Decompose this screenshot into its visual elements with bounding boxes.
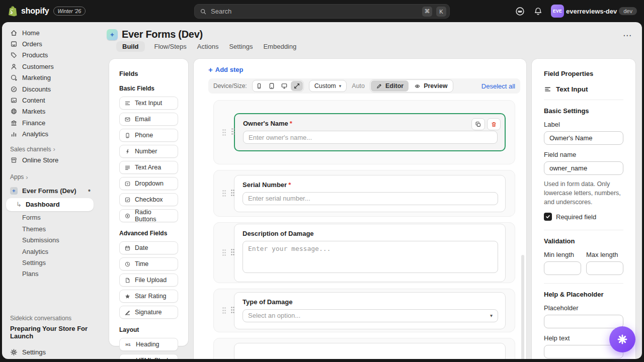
canvas-scrollbar[interactable] xyxy=(521,255,524,359)
duplicate-field-button[interactable] xyxy=(471,118,485,130)
form-field-type-of-damage[interactable]: Type of Damage Select an option... ▾ xyxy=(234,292,506,329)
drag-handle[interactable] xyxy=(231,248,234,257)
delete-field-button[interactable] xyxy=(487,118,501,130)
sidebar-item-dashboard[interactable]: ↳ Dashboard xyxy=(6,198,94,211)
sidebar-item-home[interactable]: Home xyxy=(2,27,99,38)
sales-channels-label: Sales channels xyxy=(10,146,51,153)
sidebar-item-plans[interactable]: Plans xyxy=(2,268,99,280)
type-of-damage-select[interactable]: Select an option... ▾ xyxy=(243,309,498,322)
field-button-number[interactable]: Number xyxy=(119,145,178,158)
sidebar-item-markets[interactable]: Markets xyxy=(2,106,99,117)
placeholder-input[interactable] xyxy=(544,315,623,328)
sidebar-item-marketing[interactable]: Marketing xyxy=(2,72,99,83)
serial-number-input[interactable] xyxy=(243,192,498,205)
field-button-star-rating[interactable]: Star Rating xyxy=(119,290,178,303)
device-size-group xyxy=(252,80,304,92)
text-input-icon xyxy=(544,85,551,93)
sidebar-item-products[interactable]: Products xyxy=(2,50,99,61)
field-button-text-area[interactable]: Text Area xyxy=(119,161,178,174)
owner-name-input[interactable] xyxy=(243,131,498,144)
star-icon xyxy=(124,293,131,300)
add-step-button[interactable]: + Add step xyxy=(208,66,243,73)
sidebar-item-orders[interactable]: Orders xyxy=(2,38,99,49)
sidebar-item-content[interactable]: Content xyxy=(2,95,99,106)
editor-mode-button[interactable]: Editor xyxy=(371,80,409,92)
field-button-time[interactable]: Time xyxy=(119,257,178,270)
drag-handle[interactable] xyxy=(231,128,235,137)
field-name-input[interactable] xyxy=(544,161,623,175)
tab-settings[interactable]: Settings xyxy=(228,41,254,52)
field-button-signature[interactable]: Signature xyxy=(119,306,178,319)
account-menu[interactable]: EVE everreviews-dev dev xyxy=(551,5,637,18)
sidebar-item-themes[interactable]: Themes xyxy=(2,223,99,234)
apps-header[interactable]: Apps › xyxy=(2,172,99,182)
sidebar-item-customers[interactable]: Customers xyxy=(2,61,99,72)
tab-embedding[interactable]: Embedding xyxy=(262,41,297,52)
app-context-dot[interactable]: • xyxy=(88,187,91,194)
sidebar-item-forms[interactable]: Forms xyxy=(2,212,99,223)
device-tablet-button[interactable] xyxy=(266,81,278,91)
field-button-phone[interactable]: Phone xyxy=(119,129,178,142)
drag-handle[interactable] xyxy=(231,306,234,315)
sidebar-item-analytics-app[interactable]: Analytics xyxy=(2,246,99,257)
sidebar-item-ever-forms-app[interactable]: Ever Forms (Dev) • xyxy=(2,185,99,196)
field-button-radio-buttons[interactable]: Radio Buttons xyxy=(119,209,178,222)
size-preset-dropdown[interactable]: Custom ▾ xyxy=(309,80,347,92)
sidebar-item-discounts[interactable]: Discounts xyxy=(2,83,99,95)
drag-handle[interactable] xyxy=(214,129,234,136)
description-textarea[interactable] xyxy=(243,241,498,273)
sidekick-fab-button[interactable] xyxy=(609,326,635,352)
form-field-serial-number[interactable]: Serial Number* xyxy=(234,175,506,212)
tab-flow-steps[interactable]: Flow/Steps xyxy=(153,41,188,52)
global-search-input[interactable]: Search ⌘ K xyxy=(194,4,450,19)
max-length-input[interactable] xyxy=(586,261,623,275)
sidebar-item-label: Online Store xyxy=(22,156,58,164)
device-desktop-button[interactable] xyxy=(278,81,290,91)
tab-actions[interactable]: Actions xyxy=(196,41,220,52)
field-button-date[interactable]: Date xyxy=(119,241,178,254)
checkbox-icon xyxy=(124,197,131,203)
more-actions-button[interactable]: ⋯ xyxy=(623,30,632,41)
sidekick-icon[interactable] xyxy=(515,6,525,17)
required-field-checkbox-row[interactable]: Required field xyxy=(544,213,623,221)
preview-label: Preview xyxy=(424,82,447,89)
notifications-bell-icon[interactable] xyxy=(533,7,543,16)
preview-mode-button[interactable]: Preview xyxy=(409,80,452,92)
field-button-text-input[interactable]: Text Input xyxy=(119,97,178,110)
sidebar-item-analytics[interactable]: Analytics xyxy=(2,129,99,140)
field-button-label: HTML Block xyxy=(136,357,170,359)
sidebar-item-online-store[interactable]: Online Store xyxy=(2,154,99,165)
shopify-logo[interactable]: shopify Winter '26 xyxy=(7,0,86,22)
clock-icon xyxy=(124,261,131,267)
sales-channels-header[interactable]: Sales channels › xyxy=(2,144,99,154)
topbar: shopify Winter '26 Search ⌘ K EVE everre… xyxy=(0,0,644,22)
sidebar-item-submissions[interactable]: Submissions xyxy=(2,234,99,245)
field-button-file-upload[interactable]: File Upload xyxy=(119,274,178,287)
field-button-heading[interactable]: H1 Heading xyxy=(119,338,178,351)
form-field-partial[interactable] xyxy=(234,343,506,359)
drag-handle[interactable] xyxy=(231,189,234,198)
discounts-icon xyxy=(10,85,18,93)
sidekick-conversation-item[interactable]: Preparing Your Store For Launch xyxy=(10,325,95,340)
form-field-description-of-damage[interactable]: Description of Damage xyxy=(234,224,506,282)
placeholder-label: Placeholder xyxy=(544,304,623,312)
form-field-owner-name[interactable]: Owner's Name* xyxy=(234,113,506,151)
sidebar-item-label: Customers xyxy=(22,63,54,70)
label-input[interactable] xyxy=(544,131,623,145)
sparkle-burst-icon xyxy=(617,334,628,345)
heading-icon: H1 xyxy=(124,342,132,347)
tab-build[interactable]: Build xyxy=(116,41,145,52)
checkbox-checked-icon[interactable] xyxy=(544,213,552,221)
sidebar-item-finance[interactable]: Finance xyxy=(2,117,99,128)
device-phone-button[interactable] xyxy=(253,81,265,91)
device-fullwidth-button[interactable] xyxy=(291,81,303,91)
field-button-checkbox[interactable]: Checkbox xyxy=(119,193,178,206)
min-length-input[interactable] xyxy=(544,261,581,275)
deselect-all-link[interactable]: Deselect all xyxy=(481,82,515,90)
field-button-email[interactable]: Email xyxy=(119,113,178,126)
sidebar-item-settings-app[interactable]: Settings xyxy=(2,257,99,268)
field-button-html-block[interactable]: </> HTML Block xyxy=(119,354,178,359)
field-button-dropdown[interactable]: Dropdown xyxy=(119,177,178,190)
sidebar-item-label: Dashboard xyxy=(26,201,60,208)
sidebar-item-settings[interactable]: Settings xyxy=(2,346,99,358)
